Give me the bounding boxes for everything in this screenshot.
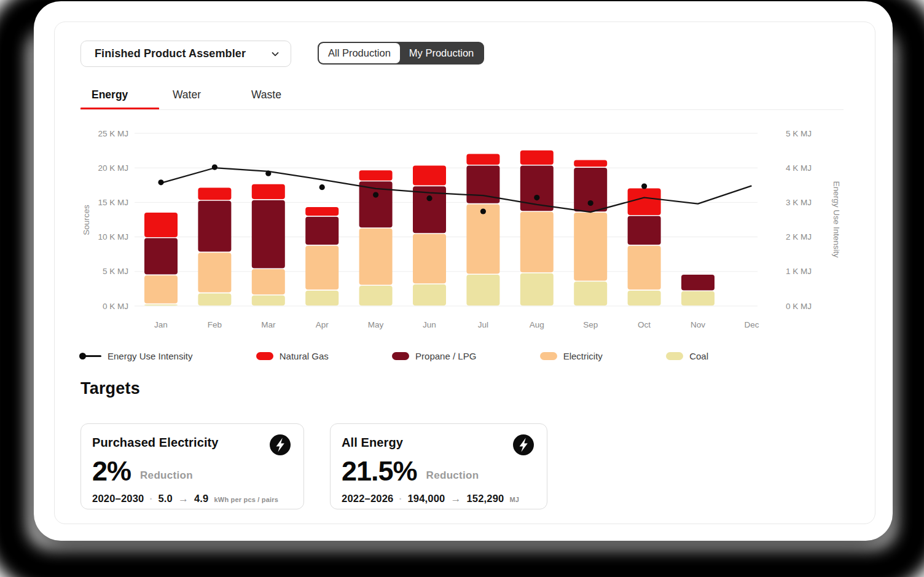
energy-use-intensity-point [319,184,325,190]
month-label: Sep [583,320,598,329]
right-axis-tick: 3 K MJ [786,198,812,207]
bar-segment-mar-coal [252,296,285,305]
toggle-option-all-production[interactable]: All Production [319,43,400,63]
bar-segment-aug-electricity [520,212,554,272]
tab-energy[interactable]: Energy [92,88,128,101]
left-axis-tick: 5 K MJ [103,267,128,276]
bar-segment-mar-electricity [252,269,285,294]
bar-segment-jan-electricity [144,275,178,304]
reduction-value: 2% [92,457,131,485]
target-unit: MJ [509,496,519,503]
reduction-value: 21.5% [342,457,417,485]
legend-item-electricity[interactable]: Electricity [540,351,603,361]
month-label: Apr [316,320,329,329]
app-panel: Finished Product Assembler All Productio… [34,1,893,541]
energy-use-intensity-point [480,208,486,214]
bar-segment-mar-propane-lpg [252,200,285,269]
bar-segment-oct-coal [628,291,661,305]
energy-use-intensity-point [212,164,217,170]
bar-segment-may-electricity [359,229,393,285]
lightning-icon [269,434,291,456]
bar-segment-feb-electricity [198,253,231,292]
facility-dropdown-label: Finished Product Assembler [95,47,271,60]
left-axis-tick: 0 K MJ [103,302,128,311]
right-axis-tick: 1 K MJ [786,267,812,276]
bar-segment-sep-natural-gas [574,160,607,167]
right-axis-tick: 0 K MJ [786,302,812,311]
color-swatch [540,352,557,360]
chevron-down-icon [271,50,280,58]
month-label: Feb [208,320,222,329]
chart-legend: Energy Use IntensityNatural GasPropane /… [80,347,708,365]
right-axis-tick: 2 K MJ [786,232,812,241]
energy-use-intensity-line [161,168,751,212]
production-toggle: All Production My Production [318,42,484,65]
bar-segment-nov-coal [681,291,715,305]
month-label: Mar [261,320,276,329]
target-card-title: All Energy [342,434,403,450]
bar-segment-feb-natural-gas [198,187,231,200]
bar-segment-apr-electricity [305,246,339,289]
right-axis-tick: 5 K MJ [786,129,812,138]
legend-item-energy-use-intensity[interactable]: Energy Use Intensity [80,351,192,361]
month-label: Jul [478,320,488,329]
bar-segment-jul-electricity [466,204,499,273]
bar-segment-feb-coal [198,293,231,305]
toggle-option-my-production[interactable]: My Production [400,43,483,63]
bar-segment-feb-propane-lpg [198,201,231,252]
bar-segment-may-coal [359,286,393,305]
bar-segment-mar-natural-gas [252,184,285,199]
target-unit: kWh per pcs / pairs [214,496,278,503]
bar-segment-apr-propane-lpg [305,217,339,245]
bar-segment-aug-coal [520,273,554,305]
facility-dropdown[interactable]: Finished Product Assembler [80,41,291,67]
energy-use-intensity-point [426,195,432,201]
bar-segment-apr-natural-gas [305,207,339,216]
bar-segment-jul-natural-gas [466,154,499,165]
target-from: 5.0 [158,493,173,504]
right-axis-tick: 4 K MJ [786,163,812,173]
bar-segment-jul-coal [466,275,499,305]
arrow-icon: → [450,493,461,505]
month-label: Dec [744,320,759,329]
dashboard-card: Finished Product Assembler All Productio… [54,22,875,524]
left-axis-tick: 10 K MJ [98,232,128,241]
legend-item-coal[interactable]: Coal [666,351,708,361]
energy-chart: 0 K MJ0 K MJ5 K MJ1 K MJ10 K MJ2 K MJ15 … [80,124,842,336]
energy-use-intensity-point [373,192,378,197]
color-swatch [666,352,683,360]
dot-separator: · [149,493,152,504]
reduction-label: Reduction [140,469,193,482]
tab-divider [80,109,844,110]
bar-segment-jan-coal [144,304,178,305]
month-label: Aug [530,320,544,329]
target-period: 2022–2026 [342,493,393,504]
bar-segment-oct-natural-gas [628,189,661,215]
target-to: 4.9 [194,493,209,504]
target-to: 152,290 [466,493,504,504]
bar-segment-jan-propane-lpg [144,238,178,275]
target-card-title: Purchased Electricity [92,434,219,450]
tab-water[interactable]: Water [173,88,201,101]
target-card-all-energy[interactable]: All Energy 21.5% Reduction 2022–2026 · 1… [330,423,547,509]
dot-separator: · [399,493,402,504]
chart-svg: 0 K MJ0 K MJ5 K MJ1 K MJ10 K MJ2 K MJ15 … [80,124,842,336]
target-from: 194,000 [407,493,445,504]
bar-segment-may-natural-gas [359,170,393,180]
target-card-purchased-electricity[interactable]: Purchased Electricity 2% Reduction 2020–… [80,423,304,509]
targets-heading: Targets [80,379,140,398]
legend-item-propane-lpg[interactable]: Propane / LPG [392,351,476,361]
lightning-icon [512,434,534,456]
bar-segment-jun-electricity [413,234,446,283]
left-axis-tick: 25 K MJ [98,129,128,138]
legend-item-natural-gas[interactable]: Natural Gas [256,351,329,361]
tab-waste[interactable]: Waste [251,88,281,101]
bar-segment-nov-propane-lpg [681,275,715,290]
energy-use-intensity-point [534,195,539,200]
bar-segment-sep-coal [574,281,607,305]
month-label: Nov [691,320,705,329]
legend-label: Propane / LPG [415,351,476,361]
bar-segment-jun-coal [413,285,446,305]
month-label: Oct [638,320,651,329]
bar-segment-jan-natural-gas [144,213,178,237]
